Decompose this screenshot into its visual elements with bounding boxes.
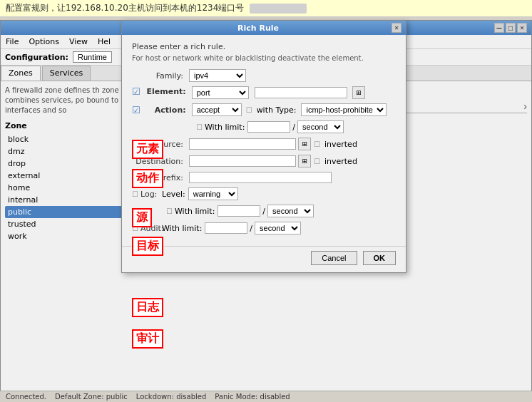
zone-header: Zone: [5, 121, 124, 130]
level-select[interactable]: warning emerg alert crit: [188, 187, 238, 200]
log-checkbox[interactable]: ☐: [132, 190, 138, 198]
zone-trusted[interactable]: trusted: [5, 218, 124, 230]
destination-row: Destination: 192.168.10.10/24 ⊞ ☐ invert…: [132, 155, 396, 168]
action-divider: /: [292, 123, 295, 132]
status-bar: Connected. Default Zone: public Lockdown…: [0, 391, 532, 402]
cancel-button[interactable]: Cancel: [311, 251, 357, 265]
dialog-buttons: Cancel OK: [122, 246, 406, 272]
right-tab-arrow[interactable]: ›: [523, 100, 527, 113]
left-panel: A firewalld zone defines th zone combine…: [1, 81, 129, 247]
element-select[interactable]: port service protocol: [192, 86, 249, 99]
audit-label: Audit:: [140, 224, 162, 233]
zone-public[interactable]: public: [5, 206, 124, 218]
menu-view[interactable]: View: [67, 36, 90, 47]
prefix-label: Prefix:: [132, 173, 189, 182]
menu-file[interactable]: File: [4, 36, 21, 47]
family-select[interactable]: ipv4 ipv6: [189, 69, 246, 82]
runtime-button[interactable]: Runtime: [73, 51, 112, 63]
dialog-close-button[interactable]: ✕: [392, 23, 401, 33]
log-label: Log:: [140, 190, 162, 199]
log-limit-checkbox[interactable]: ☐: [166, 207, 173, 215]
audit-second-select[interactable]: second minute: [255, 222, 301, 234]
maximize-button[interactable]: □: [506, 23, 516, 33]
prefix-input[interactable]: [189, 172, 332, 183]
with-type-select[interactable]: icmp-host-prohibited: [301, 103, 387, 116]
action-select[interactable]: accept drop reject: [192, 103, 242, 116]
element-copy-button[interactable]: ⊞: [352, 86, 365, 99]
dialog-title-bar: Rich Rule ✕: [122, 21, 406, 35]
source-label: Source:: [132, 140, 189, 149]
minimize-button[interactable]: —: [494, 23, 504, 33]
destination-input[interactable]: 192.168.10.10/24: [189, 155, 296, 167]
status-panic: Panic Mode: disabled: [215, 393, 290, 401]
log-second-select[interactable]: second minute: [267, 205, 314, 217]
action-limit-input[interactable]: [247, 121, 290, 133]
menu-help[interactable]: Hel: [96, 36, 113, 47]
audit-limit-input[interactable]: [205, 222, 247, 234]
with-type-label: with Type:: [257, 105, 297, 115]
close-button[interactable]: ✕: [517, 23, 527, 33]
with-type-checkbox[interactable]: ☐: [246, 106, 252, 114]
element-label: Element:: [142, 87, 192, 96]
zone-home[interactable]: home: [5, 182, 124, 194]
tab-services[interactable]: Services: [42, 66, 91, 81]
zone-external[interactable]: external: [5, 170, 124, 182]
ok-button[interactable]: OK: [363, 251, 397, 265]
action-label: Action:: [142, 105, 192, 115]
menu-options[interactable]: Options: [26, 36, 61, 47]
element-value-input[interactable]: 1234/tcp: [255, 87, 347, 98]
destination-label: Destination:: [132, 157, 189, 166]
zone-drop[interactable]: drop: [5, 158, 124, 170]
dest-inverted-label: inverted: [324, 157, 357, 166]
tab-zones[interactable]: Zones: [1, 66, 41, 81]
source-row: Source: 192.168.10.20/24 ⊞ ☐ inverted: [132, 138, 396, 150]
zone-dmz[interactable]: dmz: [5, 145, 124, 158]
blurred-text: [250, 4, 307, 14]
zone-block[interactable]: block: [5, 133, 124, 145]
dialog-desc1: Please enter a rich rule.: [132, 42, 396, 51]
zone-work[interactable]: work: [5, 230, 124, 242]
audit-row: ☐ Audit: With limit: / second minute: [132, 222, 396, 234]
annotation-text: 配置富规则，让192.168.10.20主机访问到本机的1234端口号: [6, 2, 244, 14]
action-row: ☑ Action: accept drop reject ☐ with Type…: [132, 103, 396, 116]
element-row: ☑ Element: port service protocol 1234/tc…: [132, 86, 396, 99]
log-divider: /: [262, 207, 265, 216]
audit-checkbox[interactable]: ☐: [132, 225, 138, 232]
dest-inverted-checkbox[interactable]: ☐: [314, 158, 320, 165]
log-limit-input[interactable]: [218, 205, 260, 217]
element-checkbox-icon[interactable]: ☑: [132, 86, 140, 97]
action-limit-checkbox[interactable]: ☐: [196, 123, 203, 131]
action-limit-label: With limit:: [205, 123, 245, 132]
action-checkbox-icon[interactable]: ☑: [132, 105, 140, 115]
prefix-row: Prefix:: [132, 172, 396, 183]
status-default-zone: Default Zone: public: [55, 393, 128, 401]
level-label: Level:: [162, 190, 185, 199]
dest-copy-button[interactable]: ⊞: [298, 155, 311, 168]
family-label: Family:: [132, 71, 189, 81]
zone-internal[interactable]: internal: [5, 194, 124, 206]
source-input[interactable]: 192.168.10.20/24: [189, 138, 296, 150]
log-limit-label: With limit:: [175, 207, 215, 216]
top-annotation-bar: 配置富规则，让192.168.10.20主机访问到本机的1234端口号: [0, 0, 532, 17]
zone-description: A firewalld zone defines th zone combine…: [5, 86, 124, 115]
status-connected: Connected.: [6, 393, 46, 401]
action-limit-row: ☐ With limit: / second minute hour: [196, 120, 396, 133]
dialog-desc2: For host or network white or blacklistin…: [132, 54, 396, 62]
log-row: ☐ Log: Level: warning emerg alert crit: [132, 187, 396, 200]
log-limit-row: ☐ With limit: / second minute: [166, 205, 396, 217]
dialog-body: Please enter a rich rule. For host or ne…: [122, 35, 406, 246]
source-inverted-label: inverted: [324, 140, 357, 149]
source-copy-button[interactable]: ⊞: [298, 138, 311, 150]
family-row: Family: ipv4 ipv6: [132, 69, 396, 82]
dialog-title: Rich Rule: [126, 24, 390, 33]
audit-divider: /: [250, 224, 252, 233]
audit-limit-label: With limit:: [162, 224, 202, 233]
source-inverted-checkbox[interactable]: ☐: [314, 140, 320, 148]
status-lockdown: Lockdown: disabled: [136, 393, 206, 401]
config-label: Configuration:: [5, 53, 68, 62]
rich-rule-dialog: Rich Rule ✕ Please enter a rich rule. Fo…: [121, 20, 406, 273]
action-second-select[interactable]: second minute hour: [297, 120, 344, 133]
